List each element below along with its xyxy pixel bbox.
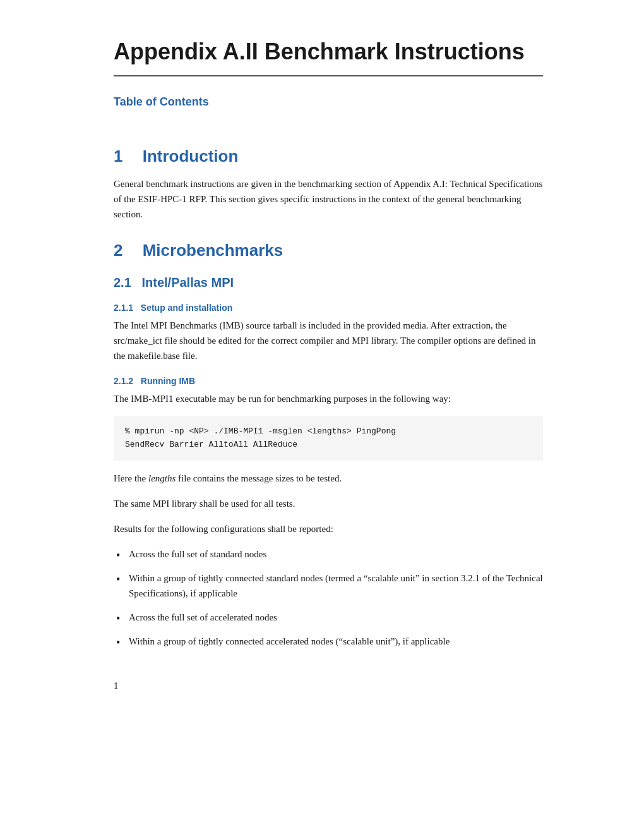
section-2-number: 2 [114,241,122,260]
section-2-heading: 2 Microbenchmarks [114,241,543,260]
page-number: 1 [114,680,543,691]
section-1-heading: 1 Introduction [114,147,543,166]
subsubsection-2-1-2-heading: 2.1.2 Running IMB [114,376,543,386]
section-2-title: Microbenchmarks [143,241,283,260]
mpi-library-text: The same MPI library shall be used for a… [114,496,543,511]
page-title: Appendix A.II Benchmark Instructions [114,38,543,65]
list-item: Within a group of tightly connected acce… [114,634,543,649]
subsubsection-2-1-2-title: Running IMB [141,376,195,386]
list-item: Across the full set of standard nodes [114,547,543,562]
section-1-body: General benchmark instructions are given… [114,176,543,222]
page-container: Appendix A.II Benchmark Instructions Tab… [51,0,593,742]
subsubsection-2-1-1-title: Setup and installation [141,303,232,313]
italic-lengths: lengths [148,473,176,483]
bullet-list: Across the full set of standard nodes Wi… [114,547,543,649]
toc-heading: Table of Contents [114,95,543,109]
subsubsection-2-1-2-number: 2.1.2 [114,376,141,386]
section-1-title: Introduction [143,147,239,166]
subsubsection-2-1-1-heading: 2.1.1 Setup and installation [114,303,543,313]
running-imb-intro: The IMB-MPI1 executable may be run for b… [114,391,543,406]
subsubsection-2-1-1-body: The Intel MPI Benchmarks (IMB) source ta… [114,318,543,363]
list-item: Across the full set of accelerated nodes [114,610,543,625]
subsection-2-1-heading: 2.1 Intel/Pallas MPI [114,275,543,290]
lengths-text: Here the lengths file contains the messa… [114,471,543,486]
subsubsection-2-1-1-number: 2.1.1 [114,303,141,313]
list-item: Within a group of tightly connected stan… [114,571,543,601]
title-divider [114,75,543,76]
results-intro-text: Results for the following configurations… [114,521,543,536]
section-1-number: 1 [114,147,122,166]
code-block: % mpirun -np <NP> ./IMB-MPI1 -msglen <le… [114,416,543,461]
subsection-2-1-number: 2.1 Intel/Pallas MPI [114,275,234,289]
